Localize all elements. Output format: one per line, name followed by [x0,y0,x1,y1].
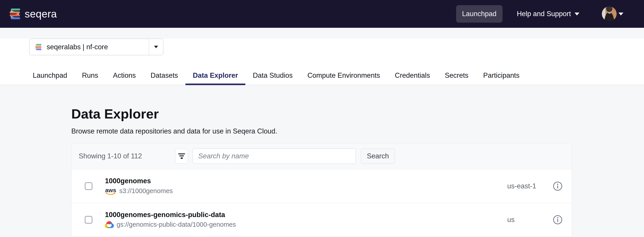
bucket-uri: gs://genomics-public-data/1000-genomes [116,221,236,228]
table-row[interactable]: 1000genomes aws s3://1000genomes us-east… [72,169,572,203]
workspace-selected-label: seqeralabs | nf-core [47,43,108,51]
page-subtitle: Browse remote data repositories and data… [71,127,644,135]
info-icon [553,215,562,225]
tab-data-explorer[interactable]: Data Explorer [186,64,246,85]
info-icon [553,181,562,191]
bucket-name[interactable]: 1000genomes [105,177,173,185]
svg-text:aws: aws [105,187,116,194]
brand[interactable]: seqera [9,8,57,20]
region-label: us-east-1 [507,182,536,190]
user-menu[interactable] [602,6,623,21]
table-row[interactable]: 1000genomes-genomics-public-data [72,203,572,237]
help-and-support-menu[interactable]: Help and Support [517,10,580,18]
tab-runs[interactable]: Runs [74,64,106,85]
seqera-logo-icon [9,8,21,20]
launchpad-button[interactable]: Launchpad [456,5,502,23]
row-checkbox[interactable] [85,182,92,190]
aws-icon: aws [105,187,116,195]
chevron-down-icon [574,12,580,15]
workspace-header: seqeralabs | nf-core Launchpad Runs Acti… [0,38,644,85]
tab-participants[interactable]: Participants [476,64,527,85]
chevron-down-icon [154,46,158,48]
brand-wordmark: seqera [25,8,57,20]
row-checkbox[interactable] [85,216,92,224]
tab-actions[interactable]: Actions [106,64,143,85]
data-explorer-table: Showing 1-10 of 112 Search 1000genomes a… [71,143,572,237]
help-and-support-label: Help and Support [517,10,571,18]
workspace-tabs: Launchpad Runs Actions Datasets Data Exp… [0,64,644,85]
info-button[interactable] [553,215,562,225]
filter-button[interactable] [175,149,188,164]
tab-compute-environments[interactable]: Compute Environments [300,64,388,85]
tab-secrets[interactable]: Secrets [438,64,476,85]
google-cloud-icon [105,221,114,228]
pagination-summary: Showing 1-10 of 112 [79,152,142,160]
workspace-dropdown-toggle[interactable] [149,39,163,55]
filter-icon [178,153,185,159]
seqera-logo-icon [35,44,42,50]
info-button[interactable] [553,181,562,191]
workspace-selector[interactable]: seqeralabs | nf-core [29,38,164,55]
tab-datasets[interactable]: Datasets [143,64,185,85]
data-explorer-page: Data Explorer Browse remote data reposit… [0,85,644,237]
avatar[interactable] [602,6,617,21]
bucket-name[interactable]: 1000genomes-genomics-public-data [105,211,236,219]
top-navbar: seqera Launchpad Help and Support [0,0,644,28]
tab-launchpad[interactable]: Launchpad [25,64,74,85]
table-toolbar: Showing 1-10 of 112 Search [72,143,572,169]
tab-data-studios[interactable]: Data Studios [245,64,300,85]
region-label: us [507,216,514,224]
page-title: Data Explorer [71,107,644,121]
bucket-uri: s3://1000genomes [119,187,173,195]
search-button[interactable]: Search [361,149,395,164]
search-input[interactable] [192,149,356,164]
tab-credentials[interactable]: Credentials [388,64,438,85]
chevron-down-icon [618,12,623,15]
